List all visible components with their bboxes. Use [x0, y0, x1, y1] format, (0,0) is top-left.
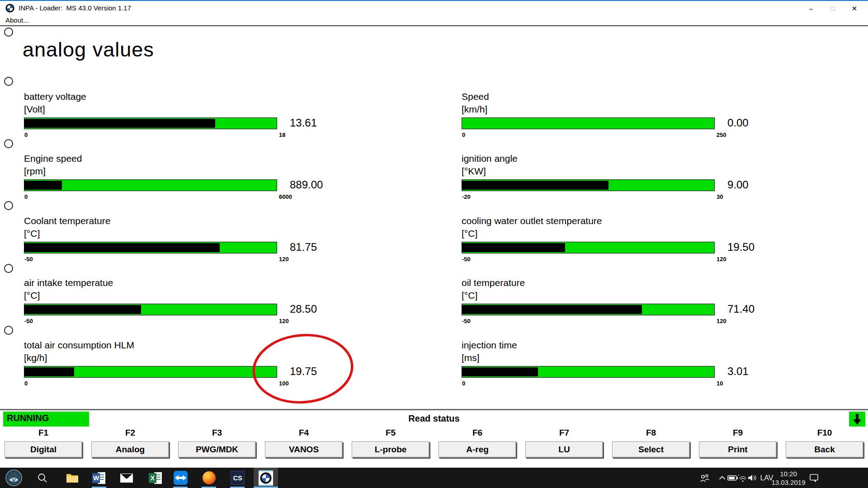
gauge-scale: -20 30: [462, 193, 778, 201]
gauge-scale: -50 120: [24, 256, 340, 263]
search-icon: [37, 473, 48, 483]
minimize-button[interactable]: –: [800, 2, 822, 15]
excel-button[interactable]: X: [145, 468, 166, 488]
cs-app-icon: CS: [231, 471, 245, 485]
gauge-value: 13.61: [290, 117, 317, 129]
gauge-bar: [24, 242, 277, 253]
gauge-scale: 0 100: [24, 380, 340, 387]
gauge-cooling-water-outlet-temperature: cooling water outlet stemperature [°C] 1…: [462, 215, 810, 265]
side-marker-circle: [4, 139, 13, 148]
gauge-bar: [24, 179, 277, 191]
fkey-label-f1: F1: [0, 428, 87, 438]
cs-app-button[interactable]: CS: [226, 468, 248, 488]
gauge-bar: [462, 366, 715, 378]
gauge-value: 71.40: [727, 303, 755, 315]
scale-min: -50: [462, 318, 471, 324]
scale-min: -50: [24, 256, 33, 263]
people-tray-button[interactable]: [698, 468, 712, 488]
menu-bar: About...: [0, 15, 868, 26]
gauge-coolant-temperature: Coolant temperature [°C] 81.75 -50 120: [24, 215, 372, 265]
speaker-icon: [748, 474, 758, 482]
gauge-bar: [462, 242, 715, 253]
gauge-value: 3.01: [727, 365, 749, 378]
gauge-value: 889.00: [290, 178, 323, 191]
f2-analog-button[interactable]: Analog: [91, 441, 169, 458]
fkey-label-f7: F7: [521, 428, 608, 438]
file-explorer-button[interactable]: [61, 468, 83, 488]
f5-l-probe-button[interactable]: L-probe: [352, 441, 429, 458]
scale-max: 6000: [279, 193, 292, 200]
start-button[interactable]: [3, 468, 24, 488]
gauge-label: Engine speed: [24, 152, 372, 165]
fkey-label-f4: F4: [260, 428, 347, 438]
gauge-bar: [462, 304, 715, 315]
f3-pwg-mdk-button[interactable]: PWG/MDK: [178, 441, 256, 458]
search-button[interactable]: [32, 468, 53, 488]
f9-print-button[interactable]: Print: [699, 441, 777, 458]
start-shell-icon: [5, 469, 22, 486]
fkey-label-f6: F6: [434, 428, 521, 438]
gauge-label: cooling water outlet stemperature: [462, 215, 810, 227]
gauge-engine-speed: Engine speed [rpm] 889.00 0 6000: [24, 152, 372, 203]
scale-min: -20: [462, 193, 471, 200]
gauge-bar: [462, 117, 715, 129]
mail-button[interactable]: [116, 468, 137, 488]
word-button[interactable]: W: [88, 468, 110, 488]
gauge-bar-fill: [24, 367, 74, 376]
scale-min: 0: [24, 193, 28, 200]
gauge-label: Coolant temperature: [24, 215, 372, 227]
gauge-bar: [462, 179, 715, 191]
gauge-scale: 0 6000: [24, 193, 340, 201]
action-center-button[interactable]: [807, 468, 821, 488]
gauge-value: 9.00: [727, 178, 749, 191]
firefox-button[interactable]: [198, 468, 220, 488]
gauge-scale: 0 10: [462, 380, 778, 387]
gauge-unit: [°KW]: [462, 165, 810, 178]
gauge-bar: [24, 366, 277, 378]
gauge-bar-fill: [24, 305, 141, 314]
maximize-button[interactable]: □: [822, 2, 844, 15]
svg-text:X: X: [151, 474, 155, 482]
gauge-unit: [Volt]: [24, 103, 372, 116]
gauge-label: battery voltage: [24, 90, 372, 103]
inpa-bmw-button-active[interactable]: [254, 468, 278, 488]
fkey-label-f8: F8: [608, 428, 694, 438]
gauge-bar-fill: [24, 181, 62, 190]
teamviewer-icon: [174, 471, 188, 485]
scale-max: 250: [717, 131, 726, 138]
svg-text:*: *: [738, 474, 739, 478]
scale-min: 0: [462, 380, 465, 387]
f6-a-reg-button[interactable]: A-reg: [439, 441, 516, 458]
scale-max: 10: [717, 380, 723, 387]
f7-lu-button[interactable]: LU: [525, 441, 603, 458]
scroll-down-indicator[interactable]: [849, 412, 865, 427]
gauge-unit: [°C]: [24, 289, 372, 302]
gauge-bar-fill: [462, 243, 565, 252]
scale-min: 0: [24, 131, 28, 138]
f8-select-button[interactable]: Select: [612, 441, 690, 458]
gauge-unit: [rpm]: [24, 165, 372, 178]
f10-back-button[interactable]: Back: [786, 441, 863, 458]
file-explorer-icon: [66, 473, 79, 483]
scale-max: 120: [717, 256, 726, 263]
people-icon: [700, 474, 710, 482]
chevron-up-icon: [719, 476, 726, 480]
menu-about[interactable]: About...: [5, 16, 29, 24]
side-marker-circle: [4, 264, 13, 273]
clock-tray-button[interactable]: 10:20 13.03.2019: [771, 468, 806, 488]
gauge-value: 0.00: [727, 117, 749, 129]
close-button[interactable]: ✕: [844, 2, 865, 15]
f4-vanos-button[interactable]: VANOS: [265, 441, 343, 458]
f1-digital-button[interactable]: Digital: [5, 441, 82, 458]
teamviewer-button[interactable]: [170, 468, 191, 488]
gauge-scale: -50 120: [462, 256, 778, 263]
scale-max: 120: [279, 256, 289, 263]
scale-max: 100: [279, 380, 289, 387]
scale-max: 120: [279, 318, 289, 324]
gauge-scale: 0 250: [462, 131, 778, 139]
scale-min: -50: [24, 318, 33, 324]
gauge-value: 28.50: [290, 303, 317, 315]
gauge-bar-fill: [462, 367, 538, 376]
gauge-scale: -50 120: [462, 318, 778, 325]
function-key-panel: F1 Digital F2 Analog F3 PWG/MDK F4 VANOS…: [0, 427, 868, 468]
